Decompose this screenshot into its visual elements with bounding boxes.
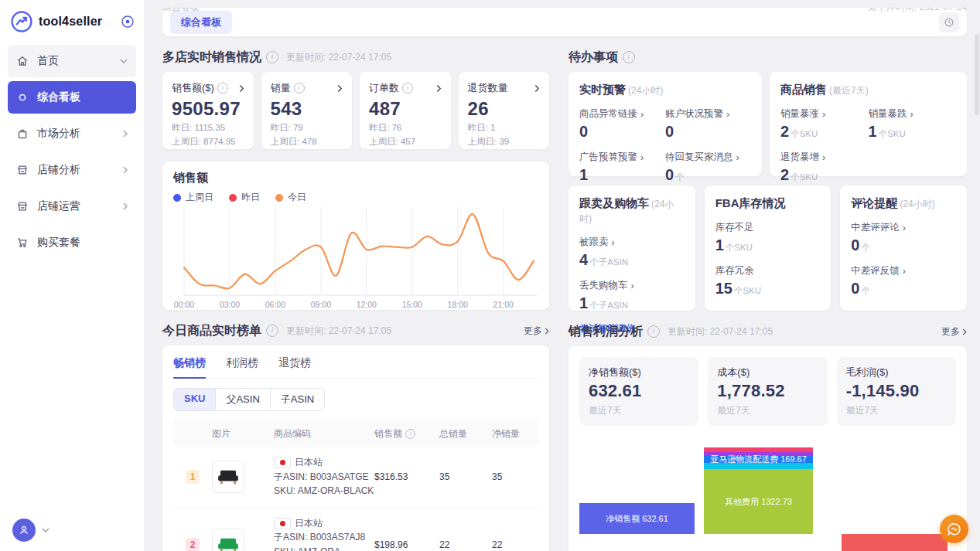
- brand-logo-icon: [11, 11, 32, 32]
- chevron-right-icon[interactable]: [436, 84, 442, 93]
- chevron-right-icon[interactable]: [239, 84, 244, 93]
- sidebar-item-store-operations[interactable]: 店铺运营: [8, 190, 136, 223]
- avatar[interactable]: [12, 519, 36, 542]
- table-row[interactable]: 2 日本站: [173, 508, 538, 551]
- svg-text:15:00: 15:00: [402, 300, 422, 309]
- sidebar-collapse-icon[interactable]: [121, 15, 135, 29]
- svg-text:12:00: 12:00: [357, 300, 377, 309]
- stat-yesterday: 昨日: 1115.35: [172, 122, 244, 134]
- ranking-tabs: 畅销榜 利润榜 退货榜: [173, 356, 538, 379]
- user-menu[interactable]: [12, 519, 50, 542]
- metric-link[interactable]: 商品异常链接›: [579, 107, 665, 121]
- chat-bubble-icon: [945, 520, 964, 539]
- legend-item-today[interactable]: 今日: [275, 191, 306, 204]
- info-icon[interactable]: i: [266, 325, 278, 337]
- tab-profit[interactable]: 利润榜: [226, 356, 258, 379]
- col-product-code: 商品编码: [274, 427, 374, 440]
- legend-dot: [173, 194, 181, 202]
- segment-parent-asin[interactable]: 父ASIN: [216, 389, 270, 410]
- total-qty-cell: 35: [439, 471, 492, 482]
- metric-link[interactable]: 销量暴跌›: [869, 107, 957, 121]
- svg-text:18:00: 18:00: [448, 300, 468, 309]
- metric-returns-surge: 退货暴增› 2个SKU: [780, 151, 869, 184]
- sales-cell: $198.96: [374, 539, 439, 550]
- brand[interactable]: tool4seller: [0, 0, 144, 42]
- chevron-right-icon[interactable]: [534, 84, 540, 93]
- chevron-right-icon[interactable]: [337, 84, 343, 93]
- stat-card-sales-qty[interactable]: 销量 i 543 昨日: 79 上周日: 478: [261, 72, 353, 149]
- chevron-right-icon: ›: [612, 237, 615, 248]
- sidebar-item-home[interactable]: 首页: [8, 45, 136, 77]
- chevron-right-icon: [545, 328, 549, 335]
- net-qty-cell: 35: [492, 471, 538, 482]
- info-icon[interactable]: i: [647, 325, 660, 338]
- sidebar-item-dashboard[interactable]: 综合看板: [8, 81, 136, 114]
- chevron-right-icon: ›: [640, 152, 644, 163]
- stat-yesterday: 昨日: 1: [468, 122, 541, 134]
- segment-child-asin[interactable]: 子ASIN: [271, 389, 324, 410]
- review-reminder-card: 评论提醒(24小时) 中差评评论› 0个 中差评反馈› 0个: [840, 185, 967, 311]
- metric-ad-budget: 广告预算预警› 1: [579, 151, 665, 184]
- ranking-header: 今日商品实时榜单 i 更新时间: 22-07-24 17:05 更多: [162, 321, 549, 341]
- todo-row-1: 实时预警(24小时) 商品异常链接› 0 账户状况预警› 0 广告预算预警› 1: [569, 72, 967, 176]
- metric-link[interactable]: 退货暴增›: [780, 151, 869, 164]
- tab-returns[interactable]: 退货榜: [278, 356, 311, 379]
- metric-link[interactable]: 中差评评论›: [851, 221, 956, 234]
- metric-link[interactable]: 待回复买家消息›: [665, 151, 751, 164]
- chat-support-fab[interactable]: [940, 515, 968, 543]
- chevron-right-icon: ›: [903, 223, 906, 233]
- waterfall-cost-segment: 其他费用 1322.73: [704, 469, 813, 534]
- segment-sku[interactable]: SKU: [174, 389, 216, 410]
- tab-best-sellers[interactable]: 畅销榜: [173, 356, 206, 379]
- info-icon[interactable]: i: [266, 51, 278, 63]
- stat-card-orders[interactable]: 订单数 i 487 昨日: 76 上周日: 457: [360, 72, 451, 149]
- chevron-right-icon: ›: [726, 109, 729, 120]
- info-icon[interactable]: i: [402, 83, 413, 94]
- svg-text:21:00: 21:00: [493, 300, 514, 309]
- history-clock-button[interactable]: [939, 12, 959, 32]
- info-icon[interactable]: i: [217, 83, 228, 94]
- legend-item-last-sunday[interactable]: 上周日: [173, 191, 213, 204]
- metric-link[interactable]: 账户状况预警›: [665, 107, 751, 121]
- metric-link[interactable]: 销量暴涨›: [780, 107, 869, 121]
- cost-stat: 成本($) 1,778.52 最近7天: [708, 357, 827, 426]
- page-scrollbar[interactable]: [975, 34, 979, 115]
- metric-link[interactable]: 广告预算预警›: [579, 151, 665, 164]
- chevron-right-icon: ›: [631, 281, 634, 291]
- clipped-timezone-time: 太平洋时间: 2022-07-24: [868, 8, 967, 14]
- chevron-down-icon: [120, 59, 128, 63]
- sidebar-item-purchase-plan[interactable]: 购买套餐: [8, 226, 136, 259]
- sidebar-item-store-analysis[interactable]: 店铺分析: [8, 154, 136, 186]
- stat-card-returns[interactable]: 退货数量 26 昨日: 1 上周日: 39: [459, 72, 550, 149]
- info-icon[interactable]: i: [294, 83, 305, 94]
- info-icon[interactable]: i: [405, 429, 415, 439]
- table-row[interactable]: 1 日本站: [173, 447, 538, 508]
- chevron-right-icon: [123, 130, 128, 138]
- realtime-alerts-card: 实时预警(24小时) 商品异常链接› 0 账户状况预警› 0 广告预算预警› 1: [569, 72, 762, 176]
- product-image: [212, 461, 244, 493]
- chart-legend: 上周日 昨日 今日: [173, 191, 538, 204]
- legend-dot: [275, 194, 283, 202]
- updated-time: 更新时间: 22-07-24 17:05: [668, 325, 773, 338]
- store-icon: [16, 164, 29, 176]
- legend-item-yesterday[interactable]: 昨日: [229, 191, 260, 204]
- ranking-panel: 畅销榜 利润榜 退货榜 SKU 父ASIN 子ASIN 图片 商品编码 销售额i…: [162, 345, 549, 551]
- profit-waterfall-chart: 净销售额 632.61其他费用 1322.73亚马逊物流配送费 169.67毛利…: [579, 435, 956, 551]
- metric-buyer-messages: 待回复买家消息› 0个: [665, 151, 751, 184]
- ranking-more-link[interactable]: 更多: [524, 325, 549, 338]
- stat-card-sales-amount[interactable]: 销售额($) i 9505.97 昨日: 1115.35 上周日: 8774.9…: [162, 72, 254, 149]
- metric-link[interactable]: 丢失购物车›: [579, 279, 685, 292]
- sidebar-item-label: 综合看板: [37, 90, 80, 104]
- metric-link[interactable]: 被跟卖›: [579, 236, 685, 249]
- sidebar-item-label: 购买套餐: [37, 236, 80, 250]
- tab-dashboard[interactable]: 综合看板: [170, 11, 232, 34]
- info-icon[interactable]: i: [623, 51, 635, 63]
- stat-label: 销售额($): [172, 81, 214, 95]
- sidebar-menu: 首页 综合看板 市场分析: [0, 42, 144, 259]
- sidebar-item-market-analysis[interactable]: 市场分析: [8, 117, 136, 150]
- japan-flag-icon: [274, 518, 291, 529]
- metric-link[interactable]: 中差评反馈›: [851, 264, 956, 277]
- product-sales-card: 商品销售(最近7天) 销量暴涨› 2个SKU 销量暴跌› 1个SKU 退货暴增›: [770, 72, 967, 176]
- marketplace-label: 日本站: [295, 516, 323, 531]
- profit-more-link[interactable]: 更多: [941, 325, 967, 338]
